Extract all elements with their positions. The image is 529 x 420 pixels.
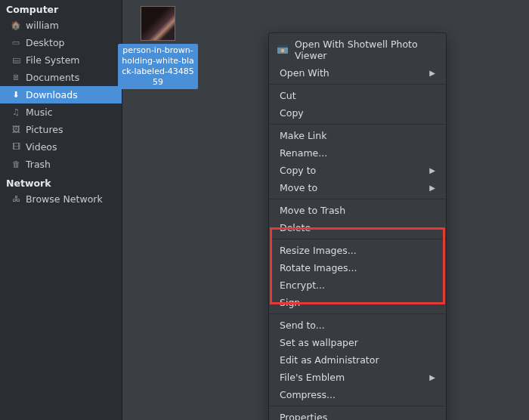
file-item[interactable]: person-in-brown-holding-white-black-labe…: [118, 6, 198, 89]
chevron-right-icon: ▶: [429, 166, 435, 174]
sidebar-item-label: william: [26, 19, 59, 32]
sidebar-item-filesystem[interactable]: 🖴 File System: [0, 51, 122, 69]
sidebar-item-label: Browse Network: [26, 193, 103, 205]
sidebar-item-documents[interactable]: 🗎 Documents: [0, 69, 122, 86]
menu-files-emblem[interactable]: File's Emblem ▶: [269, 369, 446, 386]
menu-delete[interactable]: Delete: [269, 219, 446, 236]
menu-move-to[interactable]: Move to ▶: [269, 179, 446, 196]
desktop-icon: ▭: [11, 38, 21, 48]
sidebar-item-pictures[interactable]: 🖼 Pictures: [0, 121, 122, 138]
menu-separator: [269, 84, 446, 85]
home-icon: 🏠: [11, 20, 21, 31]
menu-label: Resize Images...: [280, 245, 357, 256]
menu-move-to-trash[interactable]: Move to Trash: [269, 202, 446, 219]
menu-encrypt[interactable]: Encrypt...: [269, 276, 446, 294]
menu-properties[interactable]: Properties: [269, 409, 446, 420]
music-icon: ♫: [11, 107, 21, 118]
trash-icon: 🗑: [11, 159, 21, 170]
menu-copy-to[interactable]: Copy to ▶: [269, 162, 446, 179]
file-label: person-in-brown-holding-white-black-labe…: [118, 44, 198, 89]
sidebar-item-label: Videos: [26, 141, 57, 153]
menu-label: Copy to: [280, 165, 316, 176]
menu-label: Delete: [280, 222, 311, 233]
sidebar-item-music[interactable]: ♫ Music: [0, 103, 122, 121]
menu-compress[interactable]: Compress...: [269, 386, 446, 403]
sidebar-item-videos[interactable]: 🎞 Videos: [0, 138, 122, 156]
pictures-icon: 🖼: [11, 125, 21, 135]
sidebar-item-label: Music: [26, 106, 53, 119]
context-menu: Open With Shotwell Photo Viewer Open Wit…: [268, 32, 447, 420]
sidebar-group-network-header: Network: [0, 176, 122, 190]
menu-separator: [269, 406, 446, 406]
menu-label: Properties: [280, 412, 327, 420]
sidebar-item-label: File System: [26, 54, 80, 66]
menu-sign[interactable]: Sign: [269, 294, 446, 311]
menu-label: Copy: [280, 107, 304, 119]
file-thumbnail[interactable]: [141, 6, 175, 41]
menu-label: Encrypt...: [280, 279, 325, 291]
sidebar-item-label: Pictures: [26, 123, 63, 136]
svg-rect-1: [277, 45, 288, 48]
menu-cut[interactable]: Cut: [269, 87, 446, 104]
menu-label: Move to: [280, 182, 317, 193]
svg-point-2: [281, 49, 284, 52]
menu-separator: [269, 124, 446, 125]
menu-separator: [269, 199, 446, 199]
file-pane[interactable]: person-in-brown-holding-white-black-labe…: [122, 0, 529, 420]
menu-separator: [269, 313, 446, 314]
sidebar-item-browse-network[interactable]: 🖧 Browse Network: [0, 190, 122, 208]
menu-resize-images[interactable]: Resize Images...: [269, 242, 446, 259]
menu-label: Sign: [280, 297, 300, 308]
menu-edit-as-admin[interactable]: Edit as Administrator: [269, 351, 446, 369]
chevron-right-icon: ▶: [429, 373, 435, 381]
menu-open-with[interactable]: Open With ▶: [269, 64, 446, 82]
menu-label: Open With Shotwell Photo Viewer: [295, 39, 435, 61]
menu-separator: [269, 239, 446, 239]
sidebar-item-label: Desktop: [26, 36, 65, 49]
menu-label: Cut: [280, 90, 296, 101]
drive-icon: 🖴: [11, 55, 21, 66]
menu-label: Open With: [280, 67, 329, 79]
sidebar-item-home[interactable]: 🏠 william: [0, 17, 122, 34]
menu-set-as-wallpaper[interactable]: Set as wallpaper: [269, 334, 446, 351]
menu-label: Rename...: [280, 147, 327, 159]
downloads-icon: ⬇: [11, 90, 21, 100]
documents-icon: 🗎: [11, 73, 21, 83]
sidebar-item-label: Documents: [26, 71, 79, 84]
sidebar-item-desktop[interactable]: ▭ Desktop: [0, 34, 122, 51]
videos-icon: 🎞: [11, 142, 21, 153]
menu-copy[interactable]: Copy: [269, 104, 446, 122]
app-shotwell-icon: [277, 44, 289, 56]
network-icon: 🖧: [11, 194, 21, 205]
chevron-right-icon: ▶: [429, 69, 435, 77]
menu-label: Set as wallpaper: [280, 337, 358, 348]
sidebar: Computer 🏠 william ▭ Desktop 🖴 File Syst…: [0, 0, 122, 420]
menu-open-with-shotwell[interactable]: Open With Shotwell Photo Viewer: [269, 36, 446, 64]
menu-rename[interactable]: Rename...: [269, 144, 446, 162]
menu-label: Edit as Administrator: [280, 354, 379, 366]
menu-send-to[interactable]: Send to...: [269, 317, 446, 334]
chevron-right-icon: ▶: [429, 184, 435, 192]
sidebar-item-label: Trash: [26, 158, 51, 171]
sidebar-item-downloads[interactable]: ⬇ Downloads: [0, 86, 122, 103]
sidebar-item-label: Downloads: [26, 88, 78, 101]
menu-label: Rotate Images...: [280, 262, 357, 273]
menu-label: Make Link: [280, 130, 327, 141]
menu-rotate-images[interactable]: Rotate Images...: [269, 259, 446, 276]
menu-label: Compress...: [280, 389, 336, 400]
menu-label: Move to Trash: [280, 205, 345, 216]
menu-label: File's Emblem: [280, 372, 345, 383]
menu-make-link[interactable]: Make Link: [269, 127, 446, 144]
sidebar-group-computer-header: Computer: [0, 2, 122, 17]
sidebar-item-trash[interactable]: 🗑 Trash: [0, 156, 122, 173]
menu-label: Send to...: [280, 320, 325, 331]
